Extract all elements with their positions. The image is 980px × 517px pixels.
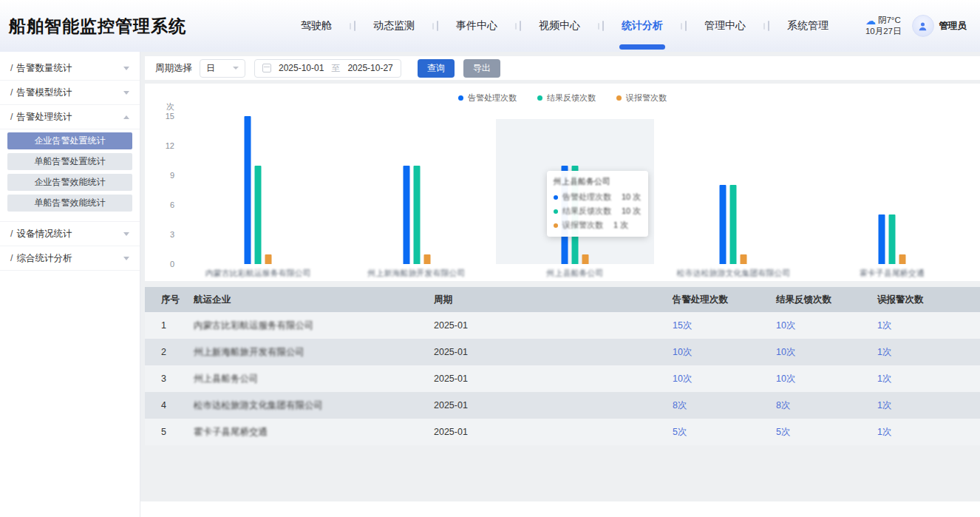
sidebar-group-4: /设备情况统计 <box>0 222 140 246</box>
nav-item-6[interactable]: 管理中心 <box>704 0 746 52</box>
bar-结果反馈次数 <box>413 166 420 264</box>
cell-handle-count[interactable]: 15次 <box>673 320 776 332</box>
cell-index: 1 <box>161 320 194 331</box>
cloud-icon: ☁ <box>865 16 876 25</box>
cell-feedback-count[interactable]: 8次 <box>776 399 877 412</box>
table-header-cell-4: 告警处理次数 <box>673 294 776 306</box>
sidebar-item-slash: / <box>10 229 13 239</box>
period-select[interactable]: 日 <box>200 59 245 78</box>
cell-misreport-count[interactable]: 1次 <box>877 373 980 385</box>
user-avatar-icon[interactable] <box>912 15 934 37</box>
cell-company: 州上县船务公司 <box>194 373 434 385</box>
table-row: 4松市达松旅游文化集团有限公司2025-018次8次1次 <box>145 392 980 419</box>
bar-误报警次数 <box>899 254 905 264</box>
sidebar-item-2[interactable]: /告警模型统计 <box>0 81 140 105</box>
nav-separator-icon <box>763 21 769 31</box>
query-button[interactable]: 查询 <box>418 59 455 78</box>
cell-misreport-count[interactable]: 1次 <box>877 399 980 412</box>
nav-item-3[interactable]: 事件中心 <box>456 0 497 52</box>
x-axis-label: 松市达松旅游文化集团有限公司 <box>654 268 812 279</box>
bar-group-3[interactable]: 州上县船务公司 <box>496 116 654 264</box>
legend-label: 误报警次数 <box>626 92 667 104</box>
app-title: 船舶智能监控管理系统 <box>9 15 186 38</box>
sidebar-item-5[interactable]: /综合统计分析 <box>0 246 140 271</box>
sidebar-subitem-3-2[interactable]: 单船告警处置统计 <box>7 153 132 170</box>
nav-item-4[interactable]: 视频中心 <box>539 0 580 52</box>
x-axis-label: 内蒙古比彩航运服务有限公司 <box>179 268 337 279</box>
sidebar-group-5: /综合统计分析 <box>0 246 140 271</box>
nav-separator-icon <box>598 21 604 31</box>
nav-item-7[interactable]: 系统管理 <box>787 0 828 52</box>
cell-handle-count[interactable]: 8次 <box>673 399 776 412</box>
nav-separator-icon <box>515 21 521 31</box>
weather-text: 阴7°C <box>878 15 901 26</box>
table-header-cell-3: 周期 <box>434 294 673 306</box>
cell-misreport-count[interactable]: 1次 <box>877 346 980 359</box>
cell-period: 2025-01 <box>434 400 673 410</box>
bar-set <box>403 166 430 264</box>
cell-handle-count[interactable]: 10次 <box>673 346 776 359</box>
sidebar-item-1[interactable]: /告警数量统计 <box>0 56 140 81</box>
legend-item-3[interactable]: 误报警次数 <box>616 92 667 104</box>
bar-告警处理次数 <box>562 166 568 264</box>
sidebar-item-label: 综合统计分析 <box>16 252 72 265</box>
sidebar-submenu: 企业告警处置统计单船告警处置统计企业告警效能统计单船告警效能统计 <box>0 129 140 222</box>
sidebar-item-slash: / <box>10 87 13 98</box>
cell-company: 内蒙古比彩航运服务有限公司 <box>194 320 434 332</box>
sidebar-item-label: 告警处理统计 <box>16 111 72 124</box>
date-text: 10月27日 <box>865 26 902 37</box>
date-range-picker[interactable]: 2025-10-01 至 2025-10-27 <box>254 59 401 78</box>
sidebar-subitem-3-3[interactable]: 企业告警效能统计 <box>7 174 132 191</box>
cell-feedback-count[interactable]: 10次 <box>776 373 877 385</box>
cell-feedback-count[interactable]: 5次 <box>776 426 877 439</box>
legend-item-1[interactable]: 告警处理次数 <box>458 92 517 104</box>
cell-handle-count[interactable]: 10次 <box>673 373 776 385</box>
legend-label: 结果反馈次数 <box>547 92 596 104</box>
cell-company: 霍卡子县尾桥交通 <box>194 426 434 439</box>
sidebar-item-4[interactable]: /设备情况统计 <box>0 222 140 246</box>
x-axis-label: 州上新海船旅开发有限公司 <box>337 268 495 279</box>
export-button[interactable]: 导出 <box>463 59 500 78</box>
y-axis-tick: 6 <box>145 200 174 209</box>
bar-set <box>245 116 272 264</box>
sidebar-subitem-3-4[interactable]: 单船告警效能统计 <box>7 195 132 212</box>
sidebar-subitem-3-1[interactable]: 企业告警处置统计 <box>7 132 132 149</box>
cell-index: 5 <box>161 427 194 437</box>
bar-误报警次数 <box>423 254 430 264</box>
chart-legend: 告警处理次数结果反馈次数误报警次数 <box>145 92 980 104</box>
y-axis-tick: 0 <box>145 260 174 268</box>
sidebar-item-3[interactable]: /告警处理统计 <box>0 105 140 129</box>
nav-item-1[interactable]: 驾驶舱 <box>301 0 332 52</box>
bar-group-2[interactable]: 州上新海船旅开发有限公司 <box>337 116 495 264</box>
bar-结果反馈次数 <box>255 166 262 264</box>
cell-misreport-count[interactable]: 1次 <box>877 320 980 332</box>
bar-结果反馈次数 <box>888 214 895 264</box>
table-header-cell-1: 序号 <box>161 294 194 306</box>
nav-item-2[interactable]: 动态监测 <box>373 0 415 52</box>
chevron-down-icon <box>123 67 129 70</box>
cell-handle-count[interactable]: 5次 <box>673 426 776 439</box>
cell-feedback-count[interactable]: 10次 <box>776 320 877 332</box>
cell-company: 松市达松旅游文化集团有限公司 <box>194 399 434 412</box>
nav-separator-icon <box>681 21 687 31</box>
cell-feedback-count[interactable]: 10次 <box>776 346 877 359</box>
bar-告警处理次数 <box>403 166 409 264</box>
chart-plot-area: 内蒙古比彩航运服务有限公司州上新海船旅开发有限公司州上县船务公司松市达松旅游文化… <box>179 116 971 264</box>
sidebar-item-label: 设备情况统计 <box>16 228 72 240</box>
user-menu[interactable]: 管理员 <box>912 15 967 37</box>
legend-item-2[interactable]: 结果反馈次数 <box>537 92 596 104</box>
bar-group-4[interactable]: 松市达松旅游文化集团有限公司 <box>654 116 812 264</box>
table-row: 3州上县船务公司2025-0110次10次1次 <box>145 365 980 392</box>
calendar-icon <box>262 64 271 72</box>
period-select-value: 日 <box>206 62 215 75</box>
table-row: 1内蒙古比彩航运服务有限公司2025-0115次10次1次 <box>145 312 980 339</box>
bar-group-5[interactable]: 霍卡子县尾桥交通 <box>813 116 971 264</box>
bar-set <box>720 185 747 264</box>
nav-item-5[interactable]: 统计分析 <box>622 0 663 52</box>
x-axis-label: 霍卡子县尾桥交通 <box>813 268 971 279</box>
y-axis-tick: 9 <box>145 171 174 180</box>
bar-告警处理次数 <box>878 214 885 264</box>
sidebar-group-2: /告警模型统计 <box>0 81 140 105</box>
cell-misreport-count[interactable]: 1次 <box>877 426 980 439</box>
bar-group-1[interactable]: 内蒙古比彩航运服务有限公司 <box>179 116 337 264</box>
